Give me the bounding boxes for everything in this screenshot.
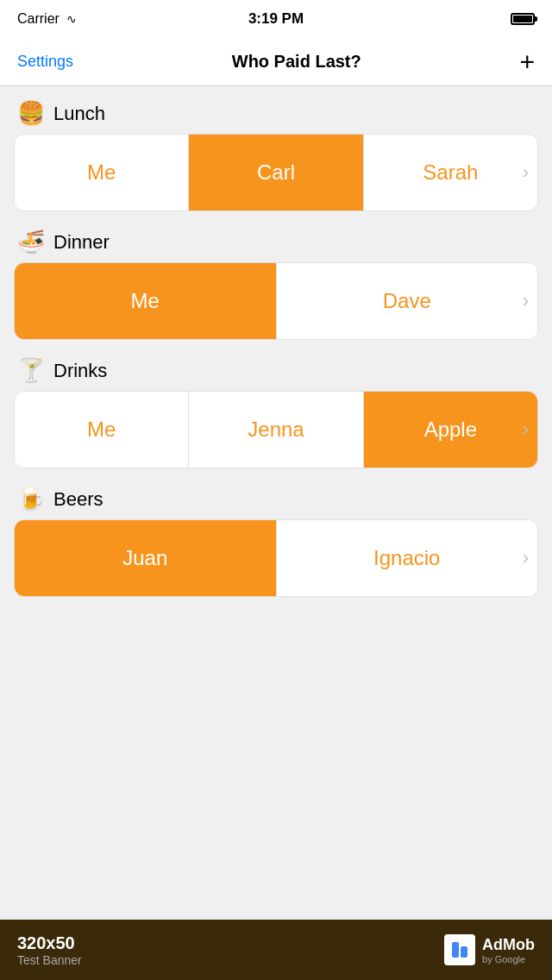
beers-title: Beers: [53, 488, 103, 511]
lunch-chevron: ›: [523, 161, 529, 184]
battery-fill: [513, 16, 532, 22]
drinks-card[interactable]: MeJennaApple›: [14, 391, 538, 468]
wifi-icon: ∿: [66, 12, 77, 26]
svg-rect-2: [461, 946, 467, 958]
admob-brand: AdMob: [482, 936, 535, 954]
dinner-chevron: ›: [523, 290, 529, 312]
admob-sub: by Google: [482, 954, 535, 964]
settings-button[interactable]: Settings: [17, 53, 73, 71]
section-beers: 🍺BeersJuanIgnacio›: [14, 486, 538, 597]
lunch-emoji: 🍔: [17, 100, 45, 127]
section-drinks: 🍸DrinksMeJennaApple›: [14, 357, 538, 468]
section-header-lunch: 🍔Lunch: [14, 100, 538, 127]
dinner-title: Dinner: [53, 231, 110, 254]
dinner-emoji: 🍜: [17, 229, 45, 255]
status-bar: Carrier ∿ 3:19 PM: [0, 0, 552, 38]
content-area: 🍔LunchMeCarlSarah›🍜DinnerMeDave›🍸DrinksM…: [0, 86, 552, 920]
battery-icon: [511, 13, 535, 25]
beers-card[interactable]: JuanIgnacio›: [14, 519, 538, 597]
lunch-card[interactable]: MeCarlSarah›: [14, 134, 538, 211]
drinks-person-0[interactable]: Me: [15, 392, 189, 468]
drinks-chevron: ›: [523, 418, 529, 441]
lunch-title: Lunch: [53, 103, 105, 125]
carrier-label: Carrier: [17, 11, 60, 27]
dinner-card[interactable]: MeDave›: [14, 262, 538, 340]
dinner-person-0[interactable]: Me: [15, 263, 277, 339]
lunch-person-2[interactable]: Sarah: [364, 135, 537, 210]
ad-test-label: Test Banner: [17, 953, 82, 967]
status-bar-left: Carrier ∿: [17, 11, 77, 27]
lunch-person-0[interactable]: Me: [15, 135, 189, 210]
drinks-title: Drinks: [53, 360, 107, 382]
admob-svg-icon: [448, 939, 471, 961]
drinks-emoji: 🍸: [17, 357, 45, 384]
lunch-person-1[interactable]: Carl: [189, 135, 363, 210]
section-header-drinks: 🍸Drinks: [14, 357, 538, 384]
beers-person-1[interactable]: Ignacio: [277, 520, 538, 596]
section-header-beers: 🍺Beers: [14, 486, 538, 512]
beers-person-0[interactable]: Juan: [15, 520, 277, 596]
drinks-person-1[interactable]: Jenna: [189, 392, 363, 468]
beers-chevron: ›: [523, 547, 529, 569]
svg-rect-0: [448, 939, 471, 961]
section-dinner: 🍜DinnerMeDave›: [14, 229, 538, 340]
ad-banner-left: 320x50 Test Banner: [17, 933, 82, 967]
add-button[interactable]: +: [519, 49, 535, 75]
ad-size-label: 320x50: [17, 933, 82, 953]
svg-rect-1: [452, 942, 459, 958]
nav-bar: Settings Who Paid Last? +: [0, 38, 552, 86]
section-header-dinner: 🍜Dinner: [14, 229, 538, 255]
beers-emoji: 🍺: [17, 486, 45, 512]
admob-icon: [444, 934, 475, 965]
status-bar-right: [511, 13, 535, 25]
admob-logo: AdMob by Google: [444, 934, 535, 965]
nav-title: Who Paid Last?: [232, 52, 361, 72]
admob-text: AdMob by Google: [482, 936, 535, 964]
drinks-person-2[interactable]: Apple: [364, 392, 537, 468]
dinner-person-1[interactable]: Dave: [277, 263, 538, 339]
section-lunch: 🍔LunchMeCarlSarah›: [14, 100, 538, 211]
ad-banner: 320x50 Test Banner AdMob by Google: [0, 920, 552, 980]
status-bar-time: 3:19 PM: [248, 10, 304, 28]
